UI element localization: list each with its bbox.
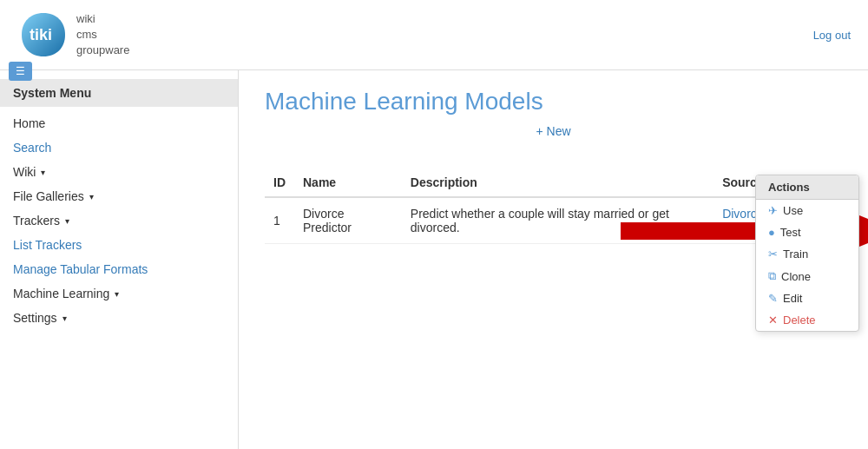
action-edit-label: Edit <box>783 292 802 305</box>
actions-panel-header: Actions <box>756 175 858 200</box>
cell-name: Divorce Predictor <box>294 197 402 244</box>
file-galleries-caret-icon: ▾ <box>89 192 94 201</box>
sidebar-toggle-button[interactable]: ☰ <box>9 62 32 81</box>
svg-text:tiki: tiki <box>30 26 52 43</box>
cell-description: Predict whether a couple will stay marri… <box>402 197 713 244</box>
sidebar-item-machine-learning[interactable]: Machine Learning ▾ <box>0 281 238 306</box>
use-icon: ✈ <box>768 204 778 217</box>
logout-link[interactable]: Log out <box>813 29 851 42</box>
sidebar-item-search[interactable]: Search <box>0 135 238 160</box>
sidebar-item-list-trackers[interactable]: List Trackers <box>0 233 238 257</box>
sidebar-item-file-galleries[interactable]: File Galleries ▾ <box>0 184 238 208</box>
machine-learning-caret-icon: ▾ <box>115 289 119 299</box>
actions-panel: Actions ✈ Use ● Test ✂ Train ⧉ Clone ✎ E… <box>755 175 859 332</box>
test-icon: ● <box>768 226 775 239</box>
col-header-id: ID <box>265 168 294 197</box>
main-layout: ☰ System Menu Home Search Wiki ▾ File Ga… <box>0 70 868 449</box>
sidebar-item-wiki[interactable]: Wiki ▾ <box>0 160 238 184</box>
settings-caret-icon: ▾ <box>62 314 67 323</box>
edit-icon: ✎ <box>768 292 778 305</box>
sidebar-item-manage-tabular[interactable]: Manage Tabular Formats <box>0 257 238 281</box>
action-use-label: Use <box>783 204 803 217</box>
sidebar-item-settings[interactable]: Settings ▾ <box>0 306 238 330</box>
header: tiki wiki cms groupware Log out <box>0 0 868 70</box>
action-test-button[interactable]: ● Test <box>756 221 858 243</box>
content-area: Machine Learning Models + New ID Name De… <box>239 70 868 449</box>
logo-text: wiki cms groupware <box>76 11 129 59</box>
action-edit-button[interactable]: ✎ Edit <box>756 287 858 309</box>
clone-icon: ⧉ <box>768 269 776 283</box>
action-train-button[interactable]: ✂ Train <box>756 243 858 265</box>
action-clone-label: Clone <box>781 270 811 283</box>
page-title: Machine Learning Models <box>265 88 842 116</box>
new-model-button[interactable]: + New <box>536 124 570 138</box>
cell-id: 1 <box>265 197 294 244</box>
action-train-label: Train <box>783 248 808 261</box>
train-icon: ✂ <box>768 248 778 261</box>
col-header-description: Description <box>402 168 713 197</box>
wiki-caret-icon: ▾ <box>41 168 45 177</box>
action-use-button[interactable]: ✈ Use <box>756 200 858 221</box>
action-test-label: Test <box>780 226 801 239</box>
sidebar: ☰ System Menu Home Search Wiki ▾ File Ga… <box>0 70 239 449</box>
logo-area: tiki wiki cms groupware <box>17 9 129 61</box>
delete-icon: ✕ <box>768 314 778 327</box>
tiki-logo-icon: tiki <box>17 9 69 61</box>
sidebar-item-trackers[interactable]: Trackers ▾ <box>0 208 238 233</box>
col-header-name: Name <box>294 168 402 197</box>
action-delete-label: Delete <box>783 314 816 327</box>
sidebar-title: System Menu <box>0 79 238 107</box>
action-delete-button[interactable]: ✕ Delete <box>756 309 858 331</box>
trackers-caret-icon: ▾ <box>65 216 69 226</box>
sidebar-item-home[interactable]: Home <box>0 111 238 135</box>
action-clone-button[interactable]: ⧉ Clone <box>756 265 858 287</box>
